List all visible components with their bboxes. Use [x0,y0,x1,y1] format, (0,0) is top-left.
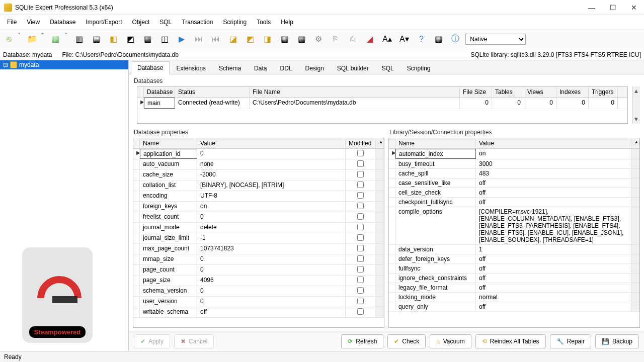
property-row[interactable]: busy_timeout3000 [389,159,639,169]
close-button[interactable]: ✕ [628,4,640,12]
menu-sql[interactable]: SQL [154,17,177,28]
settings-button[interactable]: ⚙ [311,32,326,46]
info-button[interactable]: ⓘ [448,32,462,46]
property-row[interactable]: freelist_count0 [133,212,384,223]
property-row[interactable]: fullfsyncoff [389,264,639,274]
cell-database[interactable]: main [144,98,175,109]
step-button[interactable]: ⏭ [192,32,206,46]
property-row[interactable]: cache_size-2000 [133,170,384,180]
col-header[interactable]: Status [175,87,250,97]
property-row[interactable]: compile_options[COMPILER=msvc-1921], [EN… [389,207,639,245]
property-row[interactable]: user_version0 [133,297,384,307]
property-row[interactable]: locking_modenormal [389,293,639,302]
tab-sqlbuilder[interactable]: SQL builder [331,62,375,74]
property-row[interactable]: cell_size_checkoff [389,188,639,198]
tab-database[interactable]: Database [131,61,170,74]
reindex-button[interactable]: ⟲Reindex All Tables [475,334,546,348]
modified-checkbox[interactable] [357,277,364,283]
property-row[interactable]: schema_version0 [133,286,384,297]
menu-object[interactable]: Object [127,17,155,28]
property-row[interactable]: auto_vacuumnone [133,159,384,170]
font-inc-button[interactable]: A▴ [380,32,394,46]
modified-checkbox[interactable] [357,182,364,188]
tool-button[interactable]: ▦ [140,32,154,46]
modified-checkbox[interactable] [357,298,364,304]
property-row[interactable]: ▶application_id0 [133,149,384,159]
new-table-button[interactable]: ▦ [49,32,63,46]
modified-checkbox[interactable] [357,308,364,315]
col-header[interactable]: Database [144,87,175,97]
modified-checkbox[interactable] [357,150,364,156]
menu-scripting[interactable]: Scripting [218,17,252,28]
tab-data[interactable]: Data [248,62,273,74]
tree-item-database[interactable]: ⊟ mydata [0,60,128,69]
col-header[interactable]: Triggers [589,87,618,97]
tab-ddl[interactable]: DDL [273,62,298,74]
stop-button[interactable]: ⏮ [209,32,223,46]
check-button[interactable]: ✔Check [387,334,426,348]
col-header[interactable]: Tables [492,87,524,97]
tool-button[interactable]: ▤ [89,32,103,46]
exit-button[interactable]: ⎋ [2,32,16,46]
maximize-button[interactable]: ☐ [607,4,619,12]
apply-button[interactable]: ✔Apply [134,334,170,348]
tool-button[interactable]: ◨ [260,32,274,46]
tab-schema[interactable]: Schema [212,62,248,74]
col-modified[interactable]: Modified [346,138,376,148]
tool-button[interactable]: ◩ [243,32,257,46]
col-header[interactable]: File Size [460,87,492,97]
tool-button[interactable]: ⎙ [346,32,360,46]
tab-extensions[interactable]: Extensions [170,62,212,74]
property-row[interactable]: collation_list[BINARY], [NOCASE], [RTRIM… [133,180,384,191]
tab-sql[interactable]: SQL [375,62,400,74]
chart-button[interactable]: ◢ [363,32,377,46]
property-row[interactable]: max_page_count1073741823 [133,244,384,254]
property-row[interactable]: journal_modedelete [133,223,384,233]
col-value[interactable]: Value [197,138,346,148]
tab-design[interactable]: Design [298,62,330,74]
refresh-button[interactable]: ⟳Refresh [341,334,383,348]
modified-checkbox[interactable] [357,287,364,294]
property-row[interactable]: defer_foreign_keysoff [389,254,639,264]
scrollbar[interactable]: ▲▼ [632,86,640,124]
modified-checkbox[interactable] [357,266,364,273]
property-row[interactable]: query_onlyoff [389,302,639,312]
property-row[interactable]: ignore_check_constraintsoff [389,274,639,283]
menu-tools[interactable]: Tools [252,17,276,28]
menu-importexport[interactable]: Import/Export [81,17,127,28]
menu-database[interactable]: Database [45,17,80,28]
tool-button[interactable]: ▦ [294,32,308,46]
tool-button[interactable]: ◪ [226,32,240,46]
tool-button[interactable]: ▦ [431,32,445,46]
backup-button[interactable]: 💾Backup [595,334,639,348]
tab-scripting[interactable]: Scripting [400,62,437,74]
modified-checkbox[interactable] [357,192,364,199]
col-header[interactable]: File Name [250,87,460,97]
property-row[interactable]: page_size4096 [133,276,384,286]
modified-checkbox[interactable] [357,160,364,167]
tool-button[interactable]: ◩ [123,32,137,46]
font-dec-button[interactable]: A▾ [397,32,411,46]
property-row[interactable]: checkpoint_fullfsyncoff [389,198,639,207]
property-row[interactable]: cache_spill483 [389,169,639,178]
property-row[interactable]: legacy_file_formatoff [389,283,639,293]
property-row[interactable]: page_count0 [133,265,384,276]
menu-help[interactable]: Help [276,17,298,28]
property-row[interactable]: ▶automatic_indexon [389,149,639,159]
modified-checkbox[interactable] [357,245,364,251]
property-row[interactable]: mmap_size0 [133,254,384,265]
copy-button[interactable]: ⎘ [329,32,343,46]
menu-file[interactable]: File [2,17,22,28]
property-row[interactable]: case_sensitive_likeoff [389,178,639,188]
col-name[interactable]: Name [395,138,476,148]
property-row[interactable]: journal_size_limit-1 [133,233,384,244]
col-header[interactable]: Views [524,87,556,97]
minimize-button[interactable]: — [586,4,598,12]
menu-view[interactable]: View [22,17,45,28]
help-button[interactable]: ? [414,32,428,46]
menu-transaction[interactable]: Transaction [177,17,218,28]
tool-button[interactable]: ▦ [277,32,291,46]
modified-checkbox[interactable] [357,171,364,177]
property-row[interactable]: foreign_keyson [133,202,384,212]
modified-checkbox[interactable] [357,224,364,230]
